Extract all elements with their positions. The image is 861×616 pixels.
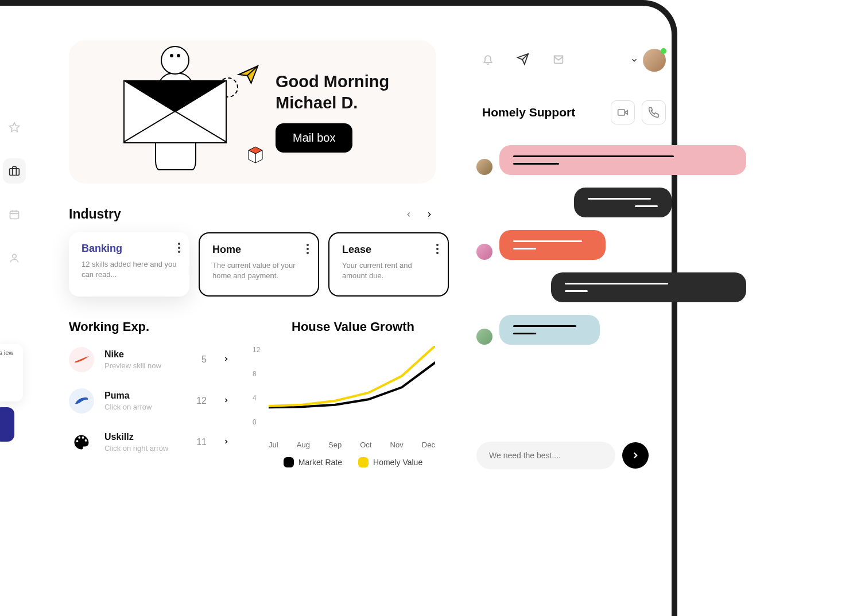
chevron-right-icon — [223, 438, 230, 445]
chart-y-axis: 12 8 4 0 — [253, 346, 260, 426]
chevron-right-icon — [425, 210, 433, 219]
card-title: Home — [212, 244, 305, 256]
message-avatar — [476, 244, 492, 260]
calendar-icon — [9, 209, 20, 220]
industry-card-home[interactable]: Home The current value of your home and … — [199, 232, 319, 297]
palette-icon — [73, 434, 90, 451]
sidebar-item-work[interactable] — [3, 158, 26, 184]
send-icon — [517, 53, 529, 65]
chat-input-row — [476, 442, 649, 469]
card-desc: The current value of your home and payme… — [212, 260, 305, 281]
exp-arrow-button[interactable] — [223, 354, 230, 365]
mail-illustration — [92, 49, 253, 175]
inbox-button[interactable] — [552, 53, 565, 68]
message-bubble — [499, 145, 746, 175]
chevron-right-icon — [223, 397, 230, 404]
svg-point-3 — [13, 254, 17, 258]
more-vertical-icon — [178, 243, 180, 253]
legend-market-rate: Market Rate — [284, 457, 342, 467]
industry-cards: Banking 12 skills added here and you can… — [69, 232, 453, 297]
exp-arrow-button[interactable] — [223, 396, 230, 406]
carousel-next[interactable] — [422, 208, 436, 221]
mailbox-button[interactable]: Mail box — [276, 123, 352, 153]
industry-card-lease[interactable]: Lease Your current rent and amount due. — [328, 232, 449, 297]
sidebar-action-button[interactable] — [0, 407, 14, 442]
chevron-right-icon — [630, 450, 641, 461]
hero-banner: Good Morning Michael D. Mail box — [69, 40, 436, 184]
legend-swatch-black — [284, 457, 294, 467]
greeting-line-1: Good Morning — [276, 71, 389, 92]
status-online-icon — [661, 48, 666, 54]
avatar — [643, 49, 666, 72]
working-exp: Working Exp. Nike Preview skill now 5 — [69, 319, 230, 471]
svg-marker-0 — [10, 123, 20, 132]
chevron-right-icon — [223, 356, 230, 362]
legend-swatch-yellow — [358, 457, 369, 467]
sidebar-item-favorites[interactable] — [3, 115, 26, 140]
message-row-incoming — [476, 230, 672, 260]
chat-actions — [611, 100, 666, 124]
exp-item-puma: Puma Click on arrow 12 — [69, 388, 230, 414]
video-call-button[interactable] — [611, 100, 635, 124]
greeting-line-2: Michael D. — [276, 92, 389, 113]
more-vertical-icon — [436, 244, 439, 254]
chart-plot — [269, 346, 435, 426]
card-more-button[interactable] — [178, 243, 180, 253]
industry-card-banking[interactable]: Banking 12 skills added here and you can… — [69, 232, 189, 297]
message-row-outgoing — [476, 272, 672, 302]
chat-panel: Homely Support — [465, 6, 683, 345]
send-button[interactable] — [517, 53, 529, 68]
exp-count: 5 — [201, 354, 207, 365]
exp-item-nike: Nike Preview skill now 5 — [69, 347, 230, 372]
chat-send-button[interactable] — [622, 442, 649, 469]
sidebar-item-calendar[interactable] — [3, 202, 26, 227]
main-content: Good Morning Michael D. Mail box Industr… — [40, 6, 453, 471]
exp-count: 12 — [196, 396, 207, 406]
device-frame: ’s iew Good Morning Michael D. Mail box — [0, 0, 677, 616]
mail-icon — [552, 53, 565, 65]
exp-name: Uskillz — [104, 432, 186, 442]
chat-input[interactable] — [476, 442, 615, 469]
exp-name: Puma — [104, 391, 186, 401]
voice-call-button[interactable] — [642, 100, 666, 124]
sidebar-preview-card: ’s iew — [0, 344, 23, 401]
working-title: Working Exp. — [69, 319, 230, 334]
messages-list — [465, 145, 683, 345]
message-avatar — [476, 329, 492, 345]
cube-icon — [244, 143, 267, 166]
nike-icon — [73, 356, 90, 364]
message-bubble — [499, 315, 600, 345]
bell-icon — [482, 53, 494, 65]
message-row-incoming — [476, 315, 672, 345]
exp-arrow-button[interactable] — [223, 437, 230, 447]
puma-logo — [69, 388, 94, 414]
message-row-outgoing — [476, 188, 672, 217]
chart-x-axis: Jul Aug Sep Oct Nov Dec — [269, 440, 435, 449]
card-more-button[interactable] — [436, 244, 439, 254]
svg-rect-2 — [10, 211, 19, 219]
puma-icon — [73, 396, 90, 406]
chat-title: Homely Support — [482, 106, 575, 119]
carousel-prev[interactable] — [402, 208, 416, 221]
user-icon — [9, 252, 20, 264]
card-more-button[interactable] — [307, 244, 309, 254]
chat-topbar — [465, 49, 683, 72]
card-desc: Your current rent and amount due. — [342, 260, 435, 281]
exp-name: Nike — [104, 349, 191, 360]
exp-count: 11 — [196, 437, 207, 447]
exp-sub: Click on arrow — [104, 403, 186, 411]
message-bubble — [499, 230, 606, 260]
notifications-button[interactable] — [482, 53, 494, 67]
chevron-down-icon — [630, 56, 638, 64]
carousel-controls — [402, 208, 436, 221]
sidebar — [0, 17, 29, 271]
lower-section: Working Exp. Nike Preview skill now 5 — [69, 319, 453, 471]
phone-icon — [648, 107, 660, 118]
svg-rect-1 — [10, 169, 20, 176]
industry-header: Industry — [69, 206, 436, 222]
sidebar-item-profile[interactable] — [3, 245, 26, 271]
profile-menu[interactable] — [630, 49, 666, 72]
message-bubble — [551, 272, 746, 302]
chart-block: House Value Growth 12 8 4 0 Jul Aug Sep … — [253, 319, 453, 471]
chat-header: Homely Support — [465, 100, 683, 124]
